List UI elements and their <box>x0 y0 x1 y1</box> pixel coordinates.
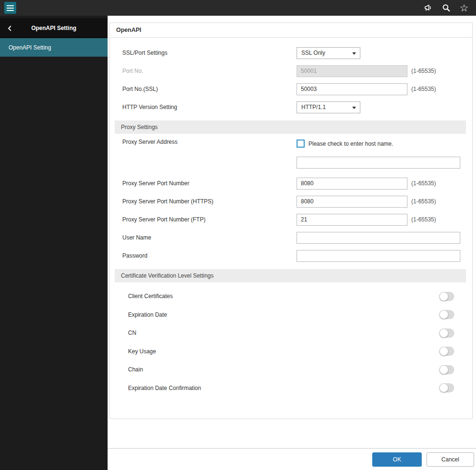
toggle-label: CN <box>128 330 136 336</box>
host-name-checkbox-row[interactable]: Please check to enter host name. <box>297 140 460 148</box>
chevron-down-icon <box>352 52 356 55</box>
chevron-down-icon <box>352 107 356 109</box>
toggle-label: Expiration Date <box>128 311 167 318</box>
field-label: HTTP Version Setting <box>122 104 297 110</box>
form-row-http-version: HTTP Version Setting HTTP/1.1 <box>110 98 472 116</box>
proxy-port-ftp-input[interactable] <box>297 214 407 226</box>
back-chevron-icon[interactable] <box>5 18 14 38</box>
proxy-port-https-input[interactable] <box>297 196 407 208</box>
key-usage-toggle[interactable] <box>439 347 454 356</box>
port-no-input <box>297 65 407 77</box>
topbar-actions: ☆ <box>423 3 476 13</box>
expiration-date-confirmation-toggle[interactable] <box>439 383 454 392</box>
range-hint: (1-65535) <box>411 86 436 92</box>
footer-action-bar: OK Cancel <box>108 448 476 470</box>
toggle-label: Client Certificates <box>128 293 173 300</box>
cancel-button[interactable]: Cancel <box>426 452 474 467</box>
ok-button[interactable]: OK <box>372 452 422 467</box>
field-label: SSL/Port Settings <box>122 50 297 56</box>
sidebar-item-openapi-setting[interactable]: OpenAPI Setting <box>0 38 108 57</box>
proxy-port-input[interactable] <box>297 178 407 190</box>
form-row-port-no: Port No. (1-65535) <box>110 62 472 80</box>
main-content: OpenAPI SSL/Port Settings SSL Only Port … <box>108 16 476 470</box>
range-hint: (1-65535) <box>411 198 436 205</box>
field-label: Port No.(SSL) <box>122 86 297 92</box>
hamburger-menu-icon[interactable] <box>4 2 16 14</box>
field-label: User Name <box>122 234 297 241</box>
sidebar-header: OpenAPI Setting <box>0 18 108 38</box>
field-label: Password <box>122 252 297 259</box>
checkbox-label: Please check to enter host name. <box>308 140 393 147</box>
cn-toggle[interactable] <box>439 329 454 338</box>
port-no-ssl-input[interactable] <box>297 83 407 95</box>
topbar: ☆ <box>0 0 476 16</box>
toggle-row-cn: CN <box>110 324 472 342</box>
range-hint: (1-65535) <box>411 180 436 187</box>
form-row-password: Password <box>110 247 472 265</box>
field-label: Proxy Server Port Number (FTP) <box>122 216 297 223</box>
host-name-checkbox[interactable] <box>297 140 305 148</box>
select-value: HTTP/1.1 <box>301 104 326 110</box>
range-hint: (1-65535) <box>411 216 436 223</box>
select-value: SSL Only <box>301 50 325 56</box>
certificate-verification-section-header: Certificate Verification Level Settings <box>115 269 466 282</box>
field-label: Proxy Server Address <box>122 139 297 145</box>
toggle-row-key-usage: Key Usage <box>110 342 472 361</box>
proxy-settings-section-header: Proxy Settings <box>115 120 466 134</box>
sidebar-title: OpenAPI Setting <box>31 25 77 31</box>
form-area: SSL/Port Settings SSL Only Port No. (1-6… <box>110 38 472 397</box>
openapi-settings-card: OpenAPI SSL/Port Settings SSL Only Port … <box>109 22 473 419</box>
search-icon[interactable] <box>441 3 451 13</box>
client-certificates-toggle[interactable] <box>439 292 454 301</box>
page-title: OpenAPI <box>110 23 472 38</box>
range-hint: (1-65535) <box>411 68 436 74</box>
form-row-user-name: User Name <box>110 229 472 247</box>
form-row-ssl-port-settings: SSL/Port Settings SSL Only <box>110 44 472 62</box>
form-row-proxy-port-https: Proxy Server Port Number (HTTPS) (1-6553… <box>110 192 472 210</box>
field-label: Proxy Server Port Number <box>122 180 297 187</box>
chain-toggle[interactable] <box>439 365 454 374</box>
ssl-port-settings-select[interactable]: SSL Only <box>297 47 360 59</box>
toggle-row-chain: Chain <box>110 360 472 379</box>
form-row-proxy-server-address: Proxy Server Address Please check to ent… <box>110 139 472 172</box>
proxy-server-address-input[interactable] <box>297 157 460 169</box>
toggle-label: Chain <box>128 366 143 373</box>
field-label: Proxy Server Port Number (HTTPS) <box>122 198 297 205</box>
toggle-row-client-certificates: Client Certificates <box>110 287 472 306</box>
sidebar: OpenAPI Setting OpenAPI Setting <box>0 16 108 470</box>
expiration-date-toggle[interactable] <box>439 310 454 319</box>
toggle-row-expiration-date: Expiration Date <box>110 306 472 324</box>
toggle-label: Expiration Date Confirmation <box>128 385 201 391</box>
password-input[interactable] <box>297 250 460 262</box>
field-label: Port No. <box>122 68 297 74</box>
star-icon[interactable]: ☆ <box>459 3 469 13</box>
http-version-select[interactable]: HTTP/1.1 <box>297 101 360 113</box>
toggle-label: Key Usage <box>128 348 156 355</box>
form-row-proxy-port-ftp: Proxy Server Port Number (FTP) (1-65535) <box>110 210 472 229</box>
form-row-port-no-ssl: Port No.(SSL) (1-65535) <box>110 80 472 98</box>
form-row-proxy-port: Proxy Server Port Number (1-65535) <box>110 174 472 192</box>
megaphone-icon[interactable] <box>423 3 433 13</box>
user-name-input[interactable] <box>297 232 460 244</box>
toggle-row-expiration-date-confirmation: Expiration Date Confirmation <box>110 379 472 398</box>
sidebar-item-label: OpenAPI Setting <box>9 44 51 51</box>
